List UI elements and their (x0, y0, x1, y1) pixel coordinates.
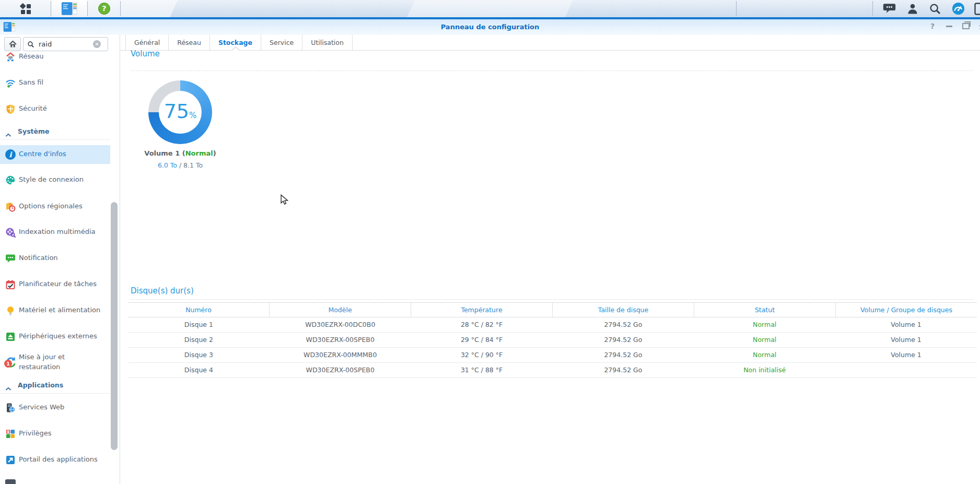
window-help-button[interactable]: ? (927, 21, 938, 31)
cell-temperature: 29 °C / 84 °F (411, 333, 553, 347)
disks-section-heading: Disque(s) dur(s) (131, 286, 194, 296)
user-menu-button[interactable] (904, 0, 921, 17)
update-badge: 1 (4, 360, 12, 368)
cell-numero: Disque 1 (128, 317, 270, 332)
sidebar-section-systeme[interactable]: Système (0, 124, 110, 140)
column-header: Numéro (128, 303, 270, 317)
resource-monitor-widget-button[interactable] (950, 0, 966, 17)
sidebar-item-sans-fil[interactable]: Sans fil (0, 74, 110, 92)
window-minimize-button[interactable] (944, 21, 954, 31)
sidebar-item-reseau[interactable]: Réseau (0, 48, 110, 66)
mouse-cursor (280, 194, 289, 206)
tab-bar: Général Réseau Stockage Service Utilisat… (120, 35, 980, 51)
cell-volume: Volume 1 (835, 333, 977, 347)
cell-taille: 2794.52 Go (552, 348, 694, 362)
volume-paren: ) (213, 149, 216, 157)
sidebar-section-label: Applications (18, 381, 63, 389)
sidebar-item-label: Sans fil (19, 78, 43, 86)
sidebar-item-label: Indexation multimédia (19, 228, 96, 235)
sidebar-item-services-web[interactable]: Services Web (0, 398, 110, 417)
gauge-icon (952, 2, 965, 15)
notifications-button[interactable] (881, 0, 897, 17)
control-panel-icon (61, 2, 78, 16)
window-title: Panneau de configuration (0, 23, 980, 31)
global-search-button[interactable] (927, 0, 943, 17)
sidebar-item-label: Sécurité (19, 104, 47, 112)
chevron-up-icon (5, 383, 11, 393)
control-panel-taskbar-button[interactable] (51, 0, 87, 17)
section-divider (131, 70, 973, 71)
disk-table-header: Numéro Modèle Température Taille de disq… (128, 302, 977, 317)
cell-volume: Volume 1 (835, 317, 977, 332)
tab-utilisation[interactable]: Utilisation (302, 35, 353, 50)
sidebar-item-peripheriques-externes[interactable]: Périphériques externes (0, 327, 110, 346)
sidebar-item-label: Privilèges (19, 429, 52, 437)
sidebar-item-label: Centre d'infos (19, 150, 66, 158)
volume-name: Volume 1 (144, 149, 180, 157)
pilot-view-icon (974, 3, 980, 15)
cell-modele: WD30EZRX-00SPEB0 (270, 333, 411, 347)
wifi-icon (5, 78, 16, 88)
window-help-glyph: ? (930, 22, 935, 30)
terminal-icon (5, 479, 16, 484)
user-icon (906, 3, 919, 15)
sidebar-scrollbar-thumb[interactable] (111, 202, 118, 450)
sidebar-section-applications[interactable]: Applications (0, 377, 110, 394)
sidebar-item-partial[interactable] (0, 475, 110, 484)
capacity-separator: / (177, 161, 183, 169)
sidebar-item-label: Matériel et alimentation (19, 306, 100, 314)
sidebar-item-options-regionales[interactable]: Options régionales (0, 197, 110, 216)
taskbar (0, 0, 980, 17)
volume-paren: ( (180, 149, 185, 157)
taskbar-separator (872, 1, 873, 16)
volume-used: 6.0 To (158, 161, 177, 169)
sidebar-item-label: Options régionales (19, 202, 83, 210)
cell-temperature: 31 °C / 88 °F (411, 363, 553, 377)
help-icon: ? (98, 2, 111, 15)
table-row: Disque 2 WD30EZRX-00SPEB0 29 °C / 84 °F … (128, 333, 977, 348)
donut-hole: 75% (159, 91, 202, 134)
taskbar-separator (736, 1, 737, 16)
table-row: Disque 3 WD30EZRX-00MMMB0 32 °C / 90 °F … (128, 348, 977, 363)
main-menu-button[interactable] (0, 0, 51, 17)
tab-general[interactable]: Général (125, 35, 169, 50)
cell-statut: Non initialisé (694, 363, 835, 377)
sidebar-item-mise-a-jour-et-restauration[interactable]: 1 Mise à jour et restauration (0, 351, 110, 374)
cell-temperature: 32 °C / 90 °F (411, 348, 553, 362)
table-row: Disque 1 WD30EZRX-00DC0B0 28 °C / 82 °F … (128, 317, 977, 333)
tab-service[interactable]: Service (261, 35, 302, 50)
cell-numero: Disque 2 (128, 333, 270, 347)
cell-volume: Volume 1 (835, 348, 977, 362)
column-header: Statut (694, 303, 836, 317)
sidebar-item-securite[interactable]: Sécurité (0, 100, 110, 119)
help-taskbar-button[interactable]: ? (88, 0, 120, 17)
sidebar-item-label: Réseau (19, 52, 43, 60)
external-devices-icon (5, 332, 16, 342)
cell-statut: Normal (694, 317, 835, 332)
minimize-icon (946, 26, 952, 27)
sidebar-item-privileges[interactable]: Privilèges (0, 424, 110, 443)
sidebar-item-portail-des-applications[interactable]: Portail des applications (0, 451, 110, 469)
cell-taille: 2794.52 Go (552, 317, 694, 332)
sidebar-item-label: Portail des applications (19, 455, 98, 463)
window-close-button[interactable] (977, 21, 980, 31)
sidebar-item-planificateur-de-taches[interactable]: Planificateur de tâches (0, 275, 110, 294)
chevron-up-icon (5, 129, 11, 139)
sidebar-item-indexation-multimedia[interactable]: Indexation multimédia (0, 223, 110, 242)
notifications-icon (883, 3, 896, 15)
sidebar-item-notification[interactable]: Notification (0, 249, 110, 268)
search-clear-icon[interactable]: ✕ (93, 40, 101, 48)
window-restore-button[interactable] (961, 21, 971, 31)
sidebar-item-materiel-et-alimentation[interactable]: Matériel et alimentation (0, 301, 110, 320)
restore-icon (962, 23, 970, 29)
column-header: Modèle (270, 303, 411, 317)
sidebar-item-centre-d-infos[interactable]: i Centre d'infos (0, 145, 110, 164)
privileges-icon (5, 429, 16, 439)
shield-icon (5, 104, 16, 114)
main-menu-icon (19, 2, 32, 16)
sidebar-item-style-de-connexion[interactable]: Style de connexion (0, 171, 110, 190)
pilot-view-button[interactable] (973, 0, 980, 17)
tab-reseau[interactable]: Réseau (169, 35, 210, 50)
volume-label: Volume 1 (Normal) (123, 149, 238, 157)
media-index-icon (5, 227, 16, 238)
